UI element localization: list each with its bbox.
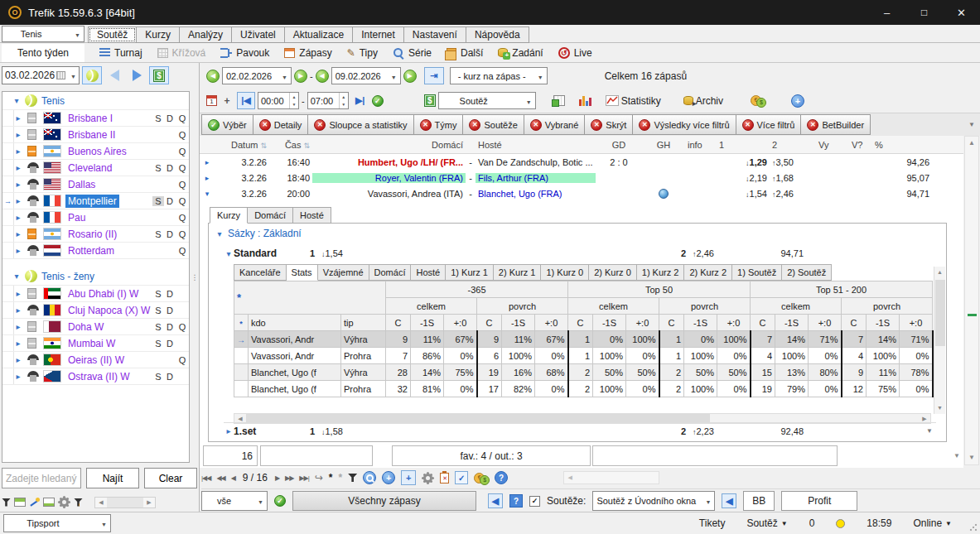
prev-page-button[interactable]: ◀◀ <box>216 474 224 482</box>
column-header-1[interactable]: 1 <box>717 140 770 150</box>
prev-arrow-button[interactable] <box>104 66 124 84</box>
soutez-checkbox[interactable] <box>529 496 540 507</box>
detail-tab-host[interactable]: Hosté <box>293 207 331 224</box>
toolbar-button-turnaj[interactable]: Turnaj <box>94 44 147 62</box>
range-to-prev-button[interactable] <box>316 70 329 83</box>
standard-odds-row[interactable]: ▾ Standard 1 ↓1,54 2 ↑2,46 94,71 <box>224 245 928 262</box>
filter-button-v-sledky-v-ce-filtr[interactable]: Výsledky více filtrů <box>633 114 736 135</box>
time-start-button[interactable]: |◀ <box>237 92 255 109</box>
filter-button-sout-e[interactable]: Soutěže <box>463 114 524 135</box>
coins-icon[interactable] <box>474 473 489 483</box>
toolbar-button-dal[interactable]: Další <box>442 44 488 62</box>
chevron-down-icon[interactable]: ▼ <box>804 427 936 435</box>
stats-tab-2-kurz-0[interactable]: 2) Kurz 0 <box>589 264 637 281</box>
tab-anal-zy[interactable]: Analýzy <box>180 26 232 43</box>
detail-vscrollbar[interactable]: ▲ ▼ <box>934 267 945 414</box>
sidebar-item-mumbai-w[interactable]: ▸Mumbai WSD <box>2 335 189 352</box>
match-row[interactable]: ▸3.2.2616:40Humbert, Ugo /LH/ (FR...-Van… <box>200 154 963 170</box>
sidebar-item-abu-dhabi-i-w[interactable]: ▸Abu Dhabi (I) WSD <box>2 286 189 302</box>
empty-field[interactable] <box>260 445 373 466</box>
column-header-dom-c[interactable]: Domácí <box>312 140 466 150</box>
detail-tab-kurzy[interactable]: Kurzy <box>210 207 248 224</box>
profit-button[interactable]: Profit <box>781 491 857 511</box>
tab-n-pov-da[interactable]: Nápověda <box>466 26 529 43</box>
sidebar-item-brisbane-ii[interactable]: ▸Brisbane IIQ <box>2 127 189 143</box>
tree-section-tenis[interactable]: ▾Tenis <box>2 92 189 110</box>
column-header-datum[interactable]: Datum⇅ <box>215 140 269 150</box>
filter-button-detaily[interactable]: Detaily <box>253 114 309 135</box>
column-header-as[interactable]: Čas⇅ <box>269 140 312 150</box>
move-box-icon[interactable]: + <box>401 470 416 485</box>
online-status-dropdown[interactable]: Online▼ <box>913 517 952 529</box>
range-from-prev-button[interactable] <box>206 70 220 83</box>
toolbar-button-zad-n[interactable]: Zadání <box>493 44 548 62</box>
date-picker[interactable]: 03.02.2026 <box>2 66 80 84</box>
all-matches-button[interactable]: Všechny zápasy <box>292 491 476 511</box>
sidebar-hscrollbar[interactable]: ◀▶ <box>94 497 156 508</box>
filter-button-v-b-r[interactable]: Výběr <box>201 114 253 135</box>
minimize-button[interactable] <box>868 0 905 25</box>
archive-icon[interactable] <box>683 96 693 105</box>
expand-icon[interactable]: ▸ <box>200 174 215 182</box>
archiv-button[interactable]: Archiv <box>696 95 723 107</box>
filter-button-v-ce-filtr[interactable]: Více filtrů <box>736 114 802 135</box>
statistiky-button[interactable]: Statistiky <box>621 95 661 107</box>
toolbar-button-k-ov[interactable]: Křížová <box>152 44 211 62</box>
sidebar-item-doha-w[interactable]: ▸Doha WSDQ <box>2 319 189 335</box>
tab-kurzy[interactable]: Kurzy <box>137 26 180 43</box>
sidebar-item-dallas[interactable]: ▸DallasQ <box>2 176 189 193</box>
time-end-button[interactable]: ▶| <box>351 92 369 109</box>
help-icon[interactable] <box>495 471 508 484</box>
arrow-left-icon[interactable]: ◀ <box>234 416 246 422</box>
tab-nastaven[interactable]: Nastavení <box>404 26 466 43</box>
confirm-button[interactable] <box>274 495 286 507</box>
spinner-up-icon[interactable]: ▲ <box>340 93 348 101</box>
calendar-day-icon[interactable] <box>206 95 217 106</box>
next-record-button[interactable]: ▶ <box>275 474 279 482</box>
last-record-button[interactable]: ▶▶| <box>299 474 308 482</box>
add-circle-icon[interactable] <box>791 94 804 108</box>
stats-tab-1-sout[interactable]: 1) Soutěž <box>732 264 782 281</box>
filter-icon[interactable] <box>2 498 11 507</box>
gear-icon[interactable] <box>423 474 432 483</box>
arrow-back-icon[interactable]: ◀ <box>722 493 736 508</box>
splitter-handle[interactable] <box>191 91 199 463</box>
stats-row[interactable]: Vavassori, AndrProhra786%0%6100%0%1100%0… <box>234 348 933 364</box>
clear-button[interactable]: Clear <box>144 468 197 488</box>
help-box-icon[interactable] <box>509 494 523 508</box>
next-arrow-button[interactable] <box>127 66 147 84</box>
sidebar-item-brisbane-i[interactable]: ▸Brisbane ISDQ <box>2 110 189 127</box>
arrow-left-icon[interactable]: ◀ <box>95 499 107 506</box>
panel-top-icon[interactable] <box>14 498 26 507</box>
arrow-back-icon[interactable]: ◀ <box>488 493 503 508</box>
expand-icon[interactable]: ▸ <box>200 158 215 166</box>
stats-tab-1-kurz-0[interactable]: 1) Kurz 0 <box>541 264 589 281</box>
filter-button-vybran[interactable]: Vybrané <box>524 114 586 135</box>
stats-tab-1-kurz-1[interactable]: 1) Kurz 1 <box>446 264 494 281</box>
stats-tab-dom-c[interactable]: Domácí <box>369 264 412 281</box>
column-header-v[interactable]: V? <box>849 140 872 150</box>
stats-tab-2-kurz-2[interactable]: 2) Kurz 2 <box>684 264 732 281</box>
vse-select[interactable]: vše <box>201 491 268 511</box>
gear-icon[interactable] <box>60 498 69 507</box>
match-row[interactable]: ▾3.2.2620:00Vavassori, Andrea (ITA)-Blan… <box>200 185 963 201</box>
filter-button-sloupce-a-statistiky[interactable]: Sloupce a statistiky <box>308 114 413 135</box>
search-input[interactable] <box>2 468 81 488</box>
sidebar-item-oeiras-ii-w[interactable]: ▸Oeiras (II) WQ <box>2 352 189 368</box>
stats-tab-2-kurz-1[interactable]: 2) Kurz 1 <box>494 264 542 281</box>
empty-field-2[interactable] <box>592 445 838 466</box>
nav-mini-scrollbar[interactable]: ◀ <box>563 471 659 484</box>
soutez-filter-select[interactable]: Soutěž z Úvodního okna <box>592 491 715 511</box>
sidebar-item-cleveland[interactable]: ▸ClevelandSDQ <box>2 160 189 176</box>
stats-row[interactable]: Blanchet, Ugo (fVýhra2814%75%1916%68%250… <box>234 364 933 381</box>
expand-icon[interactable]: ▾ <box>200 190 215 198</box>
clipboard-icon[interactable] <box>440 473 449 483</box>
arrow-down-icon[interactable]: ▼ <box>934 402 945 414</box>
tennis-filter-button[interactable] <box>82 66 102 84</box>
sidebar-item-rotterdam[interactable]: ▸RotterdamQ <box>2 243 189 259</box>
table-export-icon[interactable] <box>553 95 565 106</box>
sidebar-item-cluj-napoca-x-w[interactable]: ▸Cluj Napoca (X) WSD <box>2 302 189 319</box>
stats-tab-2-sout[interactable]: 2) Soutěž <box>782 264 832 281</box>
filter-button-t-my[interactable]: Týmy <box>414 114 464 135</box>
stats-tab-kancel-e[interactable]: Kanceláře <box>234 264 287 281</box>
